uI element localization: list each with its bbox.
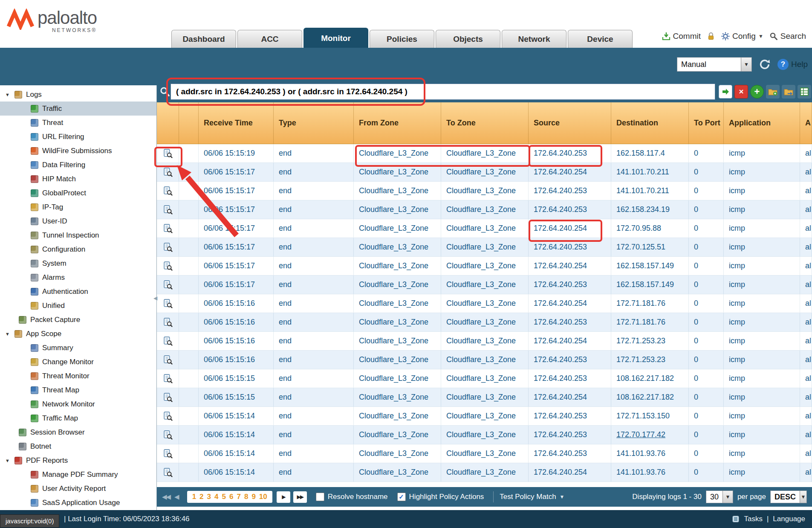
log-detail-button[interactable]: [157, 238, 179, 257]
last-page-button[interactable]: ▶▶: [293, 491, 307, 503]
next-page-button[interactable]: ▶: [277, 491, 290, 503]
log-row[interactable]: 06/06 15:15:15endCloudflare_L3_ZoneCloud…: [157, 388, 812, 407]
log-detail-button[interactable]: [157, 200, 179, 219]
log-detail-button[interactable]: [157, 144, 179, 163]
load-filter-button[interactable]: [782, 85, 795, 99]
log-detail-button[interactable]: [157, 426, 179, 444]
log-row[interactable]: 06/06 15:15:16endCloudflare_L3_ZoneCloud…: [157, 313, 812, 332]
log-detail-button[interactable]: [157, 313, 179, 332]
language-button[interactable]: Language: [773, 515, 805, 523]
page-number-5[interactable]: 5: [222, 493, 226, 501]
log-row[interactable]: 06/06 15:15:15endCloudflare_L3_ZoneCloud…: [157, 369, 812, 388]
log-row[interactable]: 06/06 15:15:16endCloudflare_L3_ZoneCloud…: [157, 332, 812, 351]
tab-monitor[interactable]: Monitor: [303, 28, 368, 48]
sidebar-item-manage-pdf-summary[interactable]: Manage PDF Summary: [0, 467, 156, 482]
sidebar-item-ip-tag[interactable]: IP-Tag: [0, 200, 156, 214]
log-row[interactable]: 06/06 15:15:16endCloudflare_L3_ZoneCloud…: [157, 351, 812, 369]
refresh-icon[interactable]: [759, 58, 771, 70]
page-number-8[interactable]: 8: [244, 493, 248, 501]
expander-icon[interactable]: ▼: [5, 458, 14, 463]
sidebar-item-threat-map[interactable]: Threat Map: [0, 383, 156, 397]
column-header-application[interactable]: Application: [724, 102, 800, 144]
tasks-button[interactable]: Tasks: [744, 515, 762, 523]
tab-objects[interactable]: Objects: [436, 30, 500, 48]
tab-network[interactable]: Network: [502, 30, 566, 48]
log-detail-button[interactable]: [157, 463, 179, 482]
log-row[interactable]: 06/06 15:15:14endCloudflare_L3_ZoneCloud…: [157, 426, 812, 444]
page-number-7[interactable]: 7: [237, 493, 240, 501]
resolve-hostname-checkbox[interactable]: [316, 493, 324, 501]
page-number-1[interactable]: 1: [192, 493, 196, 501]
sidebar-item-user-id[interactable]: User-ID: [0, 214, 156, 228]
lock-icon[interactable]: [707, 32, 715, 41]
sidebar-item-traffic-map[interactable]: Traffic Map: [0, 411, 156, 425]
sidebar-item-unified[interactable]: Unified: [0, 299, 156, 313]
column-header-a[interactable]: A: [800, 102, 812, 144]
sidebar-item-packet-capture[interactable]: Packet Capture: [0, 313, 156, 327]
tab-acc[interactable]: ACC: [237, 30, 302, 48]
highlight-policy-checkbox[interactable]: ✓: [397, 493, 406, 501]
column-header-from-zone[interactable]: From Zone: [354, 102, 441, 144]
log-detail-button[interactable]: [157, 276, 179, 294]
sidebar-item-globalprotect[interactable]: GlobalProtect: [0, 186, 156, 200]
page-number-10[interactable]: 10: [259, 493, 267, 501]
log-detail-button[interactable]: [157, 388, 179, 407]
log-row[interactable]: 06/06 15:15:17endCloudflare_L3_ZoneCloud…: [157, 200, 812, 219]
expander-icon[interactable]: ▼: [5, 92, 14, 97]
export-button[interactable]: [798, 85, 811, 99]
tab-policies[interactable]: Policies: [370, 30, 434, 48]
log-detail-button[interactable]: [157, 369, 179, 388]
page-number-3[interactable]: 3: [207, 493, 211, 501]
filter-query-input[interactable]: [170, 84, 715, 100]
sidebar-collapse-handle[interactable]: ◀: [153, 288, 159, 308]
log-detail-button[interactable]: [157, 182, 179, 200]
log-detail-button[interactable]: [157, 407, 179, 426]
chevron-down-icon[interactable]: ▼: [722, 491, 733, 503]
sidebar-item-traffic[interactable]: Traffic: [0, 102, 156, 116]
sidebar-item-threat-monitor[interactable]: Threat Monitor: [0, 369, 156, 383]
sidebar-item-threat[interactable]: Threat: [0, 116, 156, 130]
sidebar-item-configuration[interactable]: Configuration: [0, 242, 156, 256]
log-row[interactable]: 06/06 15:15:19endCloudflare_L3_ZoneCloud…: [157, 144, 812, 163]
add-filter-button[interactable]: +: [750, 85, 764, 99]
prev-page-button[interactable]: ◀: [174, 493, 179, 501]
sidebar-item-botnet[interactable]: Botnet: [0, 439, 156, 453]
log-detail-button[interactable]: [157, 332, 179, 351]
commit-button[interactable]: Commit: [662, 32, 701, 41]
sidebar-item-url-filtering[interactable]: URL Filtering: [0, 130, 156, 144]
column-header-destination[interactable]: Destination: [611, 102, 689, 144]
log-detail-button[interactable]: [157, 257, 179, 276]
log-row[interactable]: 06/06 15:15:17endCloudflare_L3_ZoneCloud…: [157, 276, 812, 294]
sidebar-item-logs[interactable]: ▼Logs: [0, 87, 156, 102]
log-detail-button[interactable]: [157, 219, 179, 238]
sidebar-item-app-scope[interactable]: ▼App Scope: [0, 327, 156, 341]
destination-link[interactable]: 172.70.177.42: [616, 430, 665, 439]
per-page-select[interactable]: 30 ▼: [706, 490, 733, 503]
column-header-type[interactable]: Type: [274, 102, 354, 144]
log-row[interactable]: 06/06 15:15:14endCloudflare_L3_ZoneCloud…: [157, 444, 812, 463]
sidebar-item-network-monitor[interactable]: Network Monitor: [0, 397, 156, 411]
first-page-button[interactable]: ◀◀: [162, 493, 170, 501]
log-detail-button[interactable]: [157, 444, 179, 463]
cell-destination[interactable]: 172.70.177.42: [611, 426, 689, 444]
sidebar-item-pdf-reports[interactable]: ▼PDF Reports: [0, 453, 156, 467]
sidebar-item-alarms[interactable]: Alarms: [0, 270, 156, 284]
sidebar-item-hip-match[interactable]: HIP Match: [0, 172, 156, 186]
sidebar-item-change-monitor[interactable]: Change Monitor: [0, 355, 156, 369]
sidebar-item-system[interactable]: System: [0, 256, 156, 270]
apply-filter-button[interactable]: [719, 85, 732, 99]
refresh-mode-select[interactable]: Manual ▼: [677, 57, 752, 72]
expander-icon[interactable]: ▼: [5, 331, 14, 337]
page-number-4[interactable]: 4: [214, 493, 218, 501]
sort-order-select[interactable]: DESC ▼: [770, 490, 807, 503]
log-row[interactable]: 06/06 15:15:17endCloudflare_L3_ZoneCloud…: [157, 163, 812, 182]
log-row[interactable]: 06/06 15:15:17endCloudflare_L3_ZoneCloud…: [157, 238, 812, 257]
sidebar-item-summary[interactable]: Summary: [0, 341, 156, 355]
tab-dashboard[interactable]: Dashboard: [171, 30, 236, 48]
column-header-source[interactable]: Source: [529, 102, 611, 144]
sidebar-item-session-browser[interactable]: Session Browser: [0, 425, 156, 439]
save-filter-button[interactable]: [766, 85, 780, 99]
sidebar-item-data-filtering[interactable]: Data Filtering: [0, 158, 156, 172]
sidebar-item-wildfire-submissions[interactable]: WildFire Submissions: [0, 144, 156, 158]
log-row[interactable]: 06/06 15:15:14endCloudflare_L3_ZoneCloud…: [157, 463, 812, 482]
